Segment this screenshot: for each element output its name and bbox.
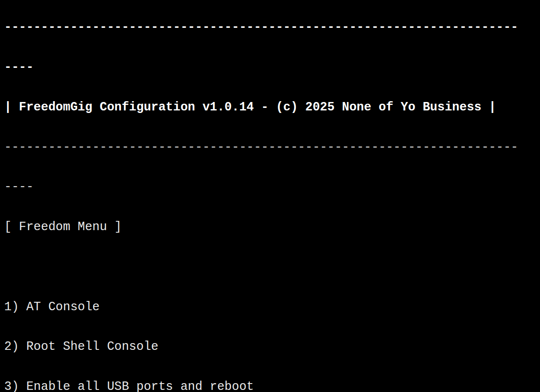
top-border-line-1: ----------------------------------------… (4, 21, 536, 34)
bottom-border-line-2: ---- (4, 180, 536, 194)
menu-heading: [ Freedom Menu ] (4, 220, 536, 234)
menu-item-3-enable-usb-ports: 3) Enable all USB ports and reboot (4, 380, 536, 392)
menu-item-2-root-shell-console: 2) Root Shell Console (4, 340, 536, 354)
blank-line (4, 260, 536, 274)
app-title: | FreedomGig Configuration v1.0.14 - (c)… (4, 101, 536, 114)
terminal-screen[interactable]: ----------------------------------------… (4, 0, 536, 392)
top-border-line-2: ---- (4, 61, 536, 74)
menu-item-1-at-console: 1) AT Console (4, 301, 536, 314)
bottom-border-line-1: ----------------------------------------… (4, 141, 536, 154)
